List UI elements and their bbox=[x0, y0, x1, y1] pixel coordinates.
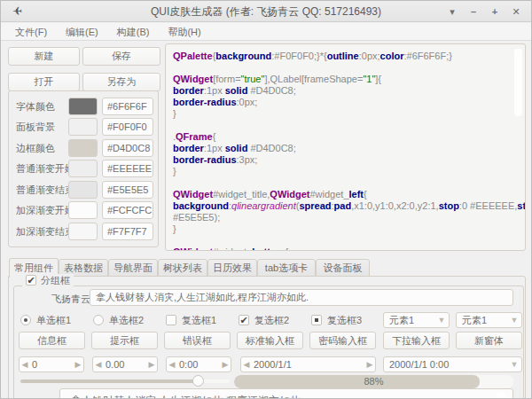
tab-nav-ui[interactable]: 导航界面 bbox=[108, 259, 158, 277]
spin-right-arrow-icon[interactable]: ▶ bbox=[146, 360, 157, 369]
color-label: 普通渐变开始 bbox=[16, 160, 74, 177]
date-edit[interactable]: ◀ 2000/1/1 ▶ bbox=[240, 356, 376, 372]
text-edit-scrollbar-thumb[interactable] bbox=[497, 392, 505, 399]
password-input-button[interactable]: 密码输入框 bbox=[309, 332, 376, 349]
double-spinbox-value: 0.00 bbox=[104, 359, 146, 370]
color-hex-field[interactable]: #D4D0C8 bbox=[102, 139, 153, 157]
menu-build[interactable]: 构建(B) bbox=[112, 23, 155, 41]
date-edit-value: 2000/1/1 bbox=[252, 359, 364, 370]
checkbox-1[interactable]: 复选框1 bbox=[166, 314, 216, 326]
title-bar: ✈ QUI皮肤生成器 (作者: 飞扬青云 QQ: 517216493) ▾ – … bbox=[1, 1, 531, 22]
color-swatch-button[interactable] bbox=[68, 223, 98, 240]
chevron-down-icon: ▼ bbox=[434, 316, 449, 325]
radio-1[interactable]: 单选框1 bbox=[20, 314, 71, 326]
combo-box-2[interactable]: 元素1 ▼ bbox=[456, 312, 522, 328]
color-swatch-button[interactable] bbox=[68, 160, 98, 177]
spin-right-arrow-icon[interactable]: ▶ bbox=[73, 360, 83, 369]
save-as-button[interactable]: 另存为 bbox=[82, 73, 160, 91]
slider-thumb[interactable] bbox=[192, 375, 204, 387]
minimize-icon[interactable]: – bbox=[464, 1, 483, 22]
datetime-edit[interactable]: 2000/1/1 0:00 ▼ bbox=[383, 356, 522, 372]
text-edit-content: 拿人钱财替人消灾,人生江湖如此,程序江湖亦如此. bbox=[71, 394, 303, 399]
slider-fill bbox=[20, 379, 200, 383]
groupbox-label: 分组框 bbox=[41, 274, 70, 287]
checkbox-checked-icon: ✔ bbox=[239, 315, 249, 325]
time-edit-value: 0:00 bbox=[177, 359, 220, 370]
color-label: 加深渐变开始 bbox=[16, 201, 74, 219]
spin-left-arrow-icon[interactable]: ◀ bbox=[93, 360, 104, 369]
checkbox-3[interactable]: 复选框3 bbox=[311, 314, 362, 326]
standard-input-button[interactable]: 标准输入框 bbox=[237, 332, 303, 349]
color-label: 边框颜色 bbox=[16, 139, 55, 157]
radio-unchecked-icon bbox=[93, 315, 104, 325]
motto-line-edit[interactable]: 拿人钱财替人消灾,人生江湖如此,程序江湖亦如此. bbox=[90, 289, 513, 306]
spin-left-arrow-icon[interactable]: ◀ bbox=[167, 360, 177, 369]
spin-left-arrow-icon[interactable]: ◀ bbox=[20, 360, 30, 369]
double-spinbox[interactable]: ◀ 0.00 ▶ bbox=[92, 356, 158, 372]
new-window-button[interactable]: 新窗体 bbox=[456, 332, 522, 349]
menu-help[interactable]: 帮助(H) bbox=[162, 23, 206, 41]
color-label: 加深渐变结束 bbox=[16, 223, 74, 240]
error-dialog-button[interactable]: 错误框 bbox=[164, 332, 231, 349]
maximize-icon[interactable]: + bbox=[485, 1, 505, 22]
spin-right-arrow-icon[interactable]: ▶ bbox=[220, 360, 231, 369]
color-hex-field[interactable]: #F0F0F0 bbox=[102, 118, 153, 136]
combo-2-value: 元素1 bbox=[457, 313, 507, 327]
app-window: ✈ QUI皮肤生成器 (作者: 飞扬青云 QQ: 517216493) ▾ – … bbox=[0, 0, 532, 399]
color-hex-field[interactable]: #EEEEEE bbox=[102, 160, 153, 177]
window-menu-icon[interactable]: ▾ bbox=[442, 1, 462, 22]
hint-dialog-button[interactable]: 提示框 bbox=[91, 332, 158, 349]
menu-bar: 文件(F) 编辑(E) 构建(B) 帮助(H) bbox=[1, 23, 531, 41]
tab-tabwidget[interactable]: tab选项卡 bbox=[257, 259, 316, 277]
color-swatch-button[interactable] bbox=[68, 181, 98, 199]
spin-left-arrow-icon[interactable]: ◀ bbox=[241, 360, 252, 369]
radio-2[interactable]: 单选框2 bbox=[93, 314, 144, 326]
combo-box-1[interactable]: 元素1 ▼ bbox=[383, 312, 450, 328]
save-button[interactable]: 保存 bbox=[82, 47, 160, 66]
open-button[interactable]: 打开 bbox=[8, 73, 80, 91]
groupbox-checkbox-checked-icon[interactable]: ✔ bbox=[26, 275, 36, 286]
info-dialog-button[interactable]: 信息框 bbox=[19, 332, 85, 349]
new-button[interactable]: 新建 bbox=[8, 47, 80, 66]
datetime-edit-value: 2000/1/1 0:00 bbox=[384, 357, 507, 372]
author-label-text: 飞扬青云 bbox=[51, 293, 90, 306]
checkbox-2-label: 复选框2 bbox=[254, 314, 289, 327]
color-swatch-button[interactable] bbox=[68, 201, 98, 219]
color-hex-field[interactable]: #F7F7F7 bbox=[102, 223, 153, 240]
color-swatch-button[interactable] bbox=[68, 139, 98, 157]
color-swatch-button[interactable] bbox=[68, 118, 98, 136]
tab-device-panel[interactable]: 设备面板 bbox=[316, 259, 370, 277]
chevron-down-icon: ▼ bbox=[507, 360, 521, 369]
int-spinbox[interactable]: ◀ 0 ▶ bbox=[19, 356, 84, 372]
color-label: 面板背景 bbox=[16, 118, 55, 136]
checkbox-2[interactable]: ✔ 复选框2 bbox=[239, 314, 289, 326]
color-hex-field[interactable]: #E5E5E5 bbox=[102, 181, 153, 199]
dropdown-input-button[interactable]: 下拉输入框 bbox=[383, 332, 450, 349]
vertical-scrollbar-thumb[interactable] bbox=[514, 49, 522, 116]
color-hex-field[interactable]: #6F6F6F bbox=[102, 98, 153, 115]
bottom-text-edit[interactable]: 拿人钱财替人消灾,人生江湖如此,程序江湖亦如此. bbox=[59, 388, 513, 399]
color-hex-field[interactable]: #FCFCFC bbox=[102, 201, 153, 219]
color-swatch-button[interactable] bbox=[68, 98, 98, 115]
tab-tree-list[interactable]: 树状列表 bbox=[158, 259, 207, 277]
radio-2-label: 单选框2 bbox=[109, 314, 144, 327]
color-label: 普通渐变结束 bbox=[16, 181, 74, 199]
radio-checked-icon bbox=[20, 315, 31, 325]
qss-code-editor[interactable]: QPalette{background:#F0F0F0;}*{outline:0… bbox=[165, 43, 526, 251]
chevron-down-icon: ▼ bbox=[507, 316, 521, 325]
menu-edit[interactable]: 编辑(E) bbox=[60, 23, 104, 41]
progress-bar: 88% bbox=[234, 375, 513, 388]
checkbox-unchecked-icon bbox=[166, 315, 176, 325]
checkbox-3-label: 复选框3 bbox=[327, 314, 362, 327]
combo-1-value: 元素1 bbox=[384, 313, 434, 327]
time-edit[interactable]: ◀ 0:00 ▶ bbox=[166, 356, 231, 372]
checkbox-partial-icon bbox=[311, 315, 322, 325]
menu-file[interactable]: 文件(F) bbox=[10, 23, 52, 41]
tab-calendar[interactable]: 日历效果 bbox=[207, 259, 257, 277]
radio-1-label: 单选框1 bbox=[36, 314, 71, 327]
spin-right-arrow-icon[interactable]: ▶ bbox=[364, 360, 375, 369]
int-spinbox-value: 0 bbox=[30, 359, 73, 370]
color-label: 字体颜色 bbox=[16, 98, 55, 115]
groupbox-title: ✔ 分组框 bbox=[22, 274, 74, 286]
close-icon[interactable]: ✕ bbox=[506, 1, 526, 22]
